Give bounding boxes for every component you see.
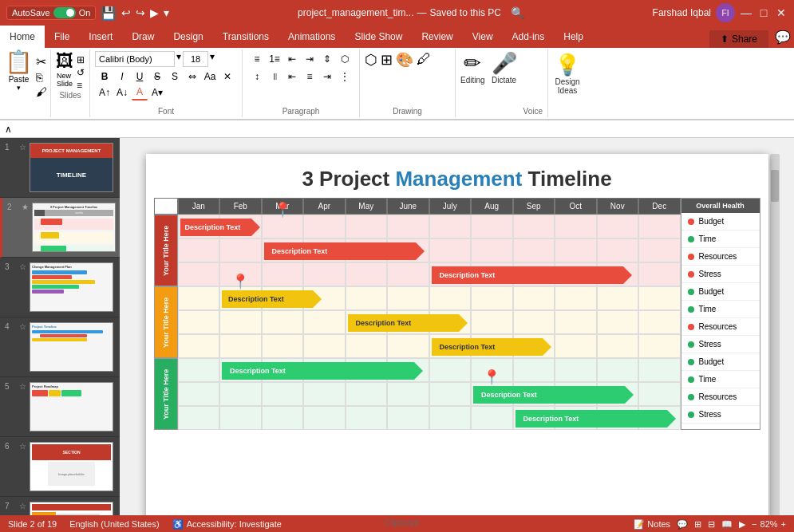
tab-design[interactable]: Design [164, 26, 212, 48]
gantt-chart: Jan Feb Mar Apr May June July Aug Sep Oc… [154, 198, 760, 430]
bullets-button[interactable]: ≡ [249, 51, 265, 67]
paragraph-label: Paragraph [247, 107, 354, 116]
autosave-label: AutoSave [12, 8, 50, 18]
health-red-section: Budget Time Resources [681, 213, 760, 283]
quick-styles-icon[interactable]: 🎨 [396, 51, 413, 69]
slide-item-5[interactable]: 5 ☆ Project Roadmap [0, 377, 120, 437]
bold-button[interactable]: B [97, 69, 113, 85]
paste-button[interactable]: 📋 Paste ▾ [5, 51, 33, 92]
font-color-button[interactable]: A [132, 85, 148, 100]
font-size-dropdown[interactable]: ▾ [210, 51, 215, 67]
align-center[interactable]: ≡ [302, 69, 318, 85]
comments-button[interactable]: 💬 [772, 26, 794, 48]
slide-item-7[interactable]: 7 ☆ [0, 497, 120, 515]
underline-button[interactable]: U [132, 69, 148, 85]
case-button[interactable]: Aa [202, 69, 218, 85]
slide-item-1[interactable]: 1 ☆ PROJECT MANAGEMENT TIMELINE [0, 138, 120, 198]
convert-smartart[interactable]: ⬡ [337, 51, 353, 67]
tab-insert[interactable]: Insert [79, 26, 122, 48]
overall-health-header: Overall Health [681, 199, 760, 213]
tab-draw[interactable]: Draw [122, 26, 164, 48]
tab-view[interactable]: View [463, 26, 503, 48]
copy-button[interactable]: ⎘ [36, 71, 47, 84]
char-down-button[interactable]: A↓ [114, 85, 130, 100]
share-button[interactable]: ⬆ Share [709, 30, 768, 48]
numbering-button[interactable]: 1≡ [267, 51, 282, 67]
spacing-button[interactable]: ⇔ [184, 69, 200, 85]
slide-canvas-container: 3 Project Management Timeline Jan Feb Ma… [146, 154, 768, 515]
increase-indent[interactable]: ⇥ [302, 51, 318, 67]
cols-button[interactable]: ⫴ [267, 69, 282, 85]
tab-slideshow[interactable]: Slide Show [345, 26, 412, 48]
tab-home[interactable]: Home [0, 26, 45, 48]
slide-item-2[interactable]: 2 ★ 3 Project Management Timeline months [0, 198, 120, 258]
reset-button[interactable]: ↺ [77, 67, 85, 78]
close-btn[interactable]: ✕ [775, 6, 788, 19]
slide-ops: ⊞ ↺ ≡ [77, 54, 85, 91]
slide-item-3[interactable]: 3 ☆ Change Management Plan [0, 258, 120, 317]
dictate-button[interactable]: 🎤 Dictate [492, 51, 517, 116]
month-nov: Nov [597, 198, 639, 215]
tab-transitions[interactable]: Transitions [213, 26, 278, 48]
tab-addins[interactable]: Add-ins [503, 26, 555, 48]
health-green-resources: Resources [681, 388, 760, 406]
chevron-up-icon[interactable]: ∧ [5, 124, 12, 135]
decrease-indent[interactable]: ⇤ [284, 51, 300, 67]
minimize-btn[interactable]: — [740, 6, 753, 19]
yellow-bar-1-label: Description Text [222, 295, 290, 303]
shapes-icon[interactable]: ⬡ [365, 51, 377, 69]
scroll-thumb[interactable] [771, 170, 779, 202]
designer-button[interactable]: 💡 DesignIdeas [548, 49, 587, 117]
autosave-toggle[interactable] [53, 7, 76, 18]
green-title-cell: Your Title Here [154, 358, 178, 430]
vertical-scrollbar[interactable] [770, 154, 780, 515]
tab-review[interactable]: Review [412, 26, 462, 48]
arrange-icon[interactable]: ⊞ [381, 51, 393, 69]
italic-button[interactable]: I [114, 69, 130, 85]
new-slide-button[interactable]: 🖼 NewSlide [56, 51, 73, 91]
slide-item-4[interactable]: 4 ☆ Project Timeline [0, 317, 120, 377]
align-left[interactable]: ⇤ [284, 69, 300, 85]
ribbon: Home File Insert Draw Design Transitions… [0, 26, 794, 120]
autosave-badge[interactable]: AutoSave On [6, 6, 96, 20]
section-button[interactable]: ≡ [77, 80, 85, 91]
yellow-bar-2-label: Description Text [348, 319, 420, 327]
dot-green-3 [688, 306, 694, 313]
voice-label: Voice [523, 107, 543, 116]
user-avatar: FI [716, 3, 735, 22]
customize-icon[interactable]: ▾ [164, 6, 169, 19]
layout-button[interactable]: ⊞ [77, 54, 85, 65]
maximize-btn[interactable]: □ [757, 6, 770, 19]
cut-button[interactable]: ✂ [36, 54, 47, 69]
shape-fill-icon[interactable]: 🖊 [417, 51, 431, 69]
justify[interactable]: ⋮ [337, 69, 353, 85]
health-red-resources: Resources [681, 248, 760, 266]
slide-thumb-2: 3 Project Management Timeline months [32, 203, 116, 252]
shadow-button[interactable]: S [167, 69, 183, 85]
tab-animations[interactable]: Animations [278, 26, 345, 48]
highlight-button[interactable]: A▾ [149, 85, 165, 100]
tab-file[interactable]: File [45, 26, 79, 48]
editing-button[interactable]: ✏ Editing [460, 51, 485, 116]
slide-editor: 3 Project Management Timeline Jan Feb Ma… [120, 138, 794, 515]
format-painter-button[interactable]: 🖌 [36, 85, 47, 98]
slide-thumb-1: PROJECT MANAGEMENT TIMELINE [30, 143, 113, 192]
slide-title-highlight: Management [395, 167, 522, 191]
file-name: project_management_tim... [298, 7, 413, 18]
tab-help[interactable]: Help [554, 26, 593, 48]
strikethrough-button[interactable]: S [149, 69, 165, 85]
font-size-input[interactable] [183, 51, 208, 67]
clear-format-button[interactable]: ✕ [219, 69, 235, 85]
redo-icon[interactable]: ↪ [136, 6, 145, 19]
undo-icon[interactable]: ↩ [121, 6, 131, 19]
font-name-input[interactable] [95, 51, 175, 67]
search-icon[interactable]: 🔍 [511, 6, 524, 19]
line-spacing[interactable]: ↕ [249, 69, 265, 85]
present-icon[interactable]: ▶ [150, 6, 159, 19]
text-direction[interactable]: ⇕ [319, 51, 335, 67]
font-name-dropdown[interactable]: ▾ [176, 51, 181, 67]
align-right[interactable]: ⇥ [319, 69, 335, 85]
save-icon[interactable]: 💾 [101, 6, 117, 21]
char-spacing-button[interactable]: A↑ [97, 85, 113, 100]
slide-item-6[interactable]: 6 ☆ SECTION Image placeholder [0, 437, 120, 497]
